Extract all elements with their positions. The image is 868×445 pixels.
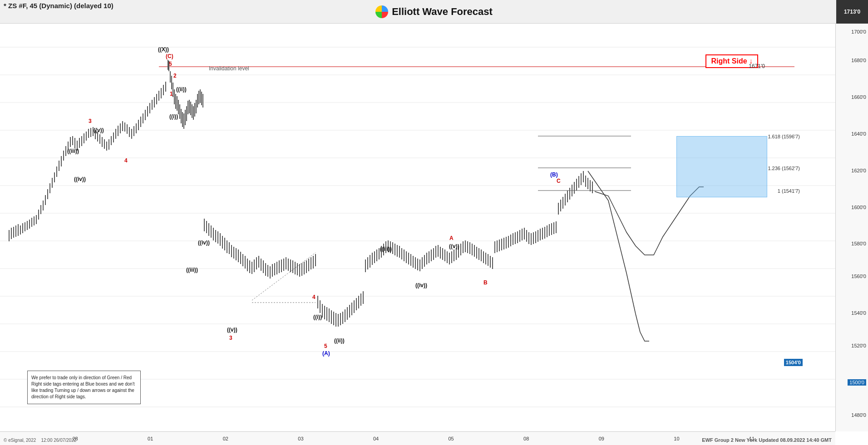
wave-label-5-bot: 5 [324,343,327,349]
time-08: 08 [523,436,529,441]
corner-price-box: 1713'0 [836,0,868,24]
wave-label-3: 3 [89,118,92,124]
footer-right: EWF Group 2 New York Updated 08.09.2022 … [702,437,832,443]
price-1700: 1700'0 [851,29,866,34]
blue-target-box [676,136,767,197]
wave-label-ii: ((ii)) [176,86,187,93]
wave-label-C-box: C [557,178,561,184]
ticker-label: * ZS #F, 45 (Dynamic) (delayed 10) [4,2,113,10]
time-02: 02 [223,436,228,441]
invalidation-label: Invalidation level [209,65,249,72]
wave-label-iv-mid: ((iv)) [198,240,210,246]
header: Elliott Wave Forecast [0,0,868,24]
wave-label-1: 1 [170,91,173,97]
ewf-logo [375,5,388,18]
invalidation-price: 1671'0 [749,63,765,69]
price-1640: 1640'0 [851,131,866,137]
price-1600: 1600'0 [851,205,866,210]
wave-label-v-mid: ((v)) [227,327,237,333]
wave-label-xx: ((X)) [158,46,169,53]
price-1620: 1620'0 [851,168,866,173]
wave-label-A-right: A [449,235,454,241]
price-1520: 1520'0 [851,343,866,348]
target-label-1236: 1.236 (1562'7) [768,166,800,171]
wave-label-ii-mid: ((ii)) [334,337,345,344]
target-label-1618: 1.618 (1596'7) [768,134,800,139]
candles-far-left [9,215,36,241]
chart-area: .candlestick-body { stroke-width: 1; } .… [0,24,835,431]
candles-rising [39,60,169,220]
price-axis: 1700'0 1680'0 1660'0 1640'0 1620'0 1600'… [835,24,868,431]
wave-label-B-box: (B) [550,171,558,178]
price-1500: 1500'0 [848,379,866,386]
candles-right [365,171,592,272]
wave-label-3-bot: 3 [229,335,232,341]
wave-label-2: 2 [173,73,177,79]
footer-left: © eSignal, 2022 12:00 26/07/2022 [4,438,76,443]
wave-label-4-mid: 4 [312,294,316,300]
logo-area: Elliott Wave Forecast [375,5,493,18]
time-01: 01 [148,436,153,441]
wave-label-iii: ((iii)) [67,148,79,154]
price-1580: 1580'0 [851,241,866,246]
wave-label-A: (A) [322,350,330,357]
price-1660: 1660'0 [851,94,866,100]
price-1560: 1560'0 [851,274,866,279]
price-1680: 1680'0 [851,58,866,63]
current-price-box: 1504'0 [784,359,803,366]
wave-label-iv-right: ((iv)) [415,282,427,289]
chart-container: Elliott Wave Forecast * ZS #F, 45 (Dynam… [0,0,868,445]
time-04: 04 [373,436,379,441]
wave-label-5-peak: 5 [169,61,172,67]
wave-label-v: ((v)) [94,127,104,133]
wave-label-B: B [483,279,488,286]
wave-label-i: ((i)) [169,113,178,120]
candles-drop [170,71,203,129]
wave-label-C: (C) [166,53,173,59]
price-1480: 1480'0 [851,412,866,418]
wave-label-iv: ((iv)) [74,176,86,182]
wave-label-4: 4 [124,157,128,164]
time-10: 10 [674,436,679,441]
wave-label-iii-right: ((iii)) [380,246,392,252]
time-05: 05 [448,436,454,441]
price-1540: 1540'0 [851,310,866,316]
disclaimer-box: We prefer to trade only in direction of … [27,371,141,404]
time-09: 09 [599,436,604,441]
wave-label-iii-mid: ((iii)) [186,267,198,273]
wave-label-i-mid: ((i)) [313,314,322,320]
candles-consolidation [204,219,363,327]
wave-label-v-right: ((v)) [449,243,459,249]
time-03: 03 [298,436,303,441]
target-label-1: 1 (1541'7) [778,188,800,194]
header-title: Elliott Wave Forecast [392,6,493,18]
